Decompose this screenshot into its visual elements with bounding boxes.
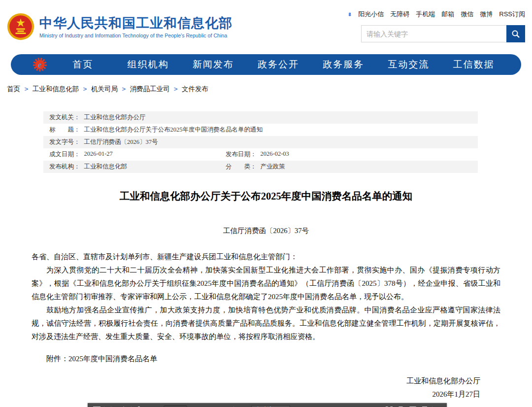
- breadcrumb-miit[interactable]: 工业和信息化部: [33, 85, 79, 93]
- meta-value: 产业政策: [261, 163, 285, 171]
- meta-row-issuing-office: 发文机关： 工业和信息化部办公厅: [43, 111, 478, 124]
- national-emblem-logo: [7, 13, 34, 40]
- svg-text:e: e: [38, 60, 41, 69]
- document-meta-table: 发文机关： 工业和信息化部办公厅 标 题： 工业和信息化部办公厅关于公布2025…: [43, 111, 478, 173]
- page-title: 工业和信息化部办公厅关于公布2025年度中国消费名品名单的通知: [0, 189, 532, 203]
- body-paragraph-2: 鼓励地方加强名品企业宣传推广，加大政策支持力度，加快培育特色优势产业和优质消费品…: [32, 304, 500, 343]
- site-brand[interactable]: 中华人民共和国工业和信息化部 Ministry of Industry and …: [7, 13, 233, 40]
- main-navbar: e 首页 组织机构 新闻发布 政务公开 政务服务 互动交流 工信数据: [11, 54, 521, 75]
- meta-label: 发布机构：: [49, 163, 80, 171]
- page-down-button[interactable]: [133, 405, 145, 407]
- signature-org: 工业和信息化部办公厅: [0, 374, 480, 388]
- search-button[interactable]: [506, 25, 525, 42]
- meta-row-title: 标 题： 工业和信息化部办公厅关于公布2025年度中国消费名品名单的通知: [43, 124, 478, 136]
- meta-value: 2026-01-27: [84, 150, 113, 159]
- document-number: 工信厅消费函〔2026〕37号: [0, 226, 532, 236]
- meta-value: 工业和信息化部办公厅关于公布2025年度中国消费名品名单的通知: [84, 126, 263, 134]
- breadcrumb-separator: >: [122, 85, 126, 93]
- signature-date: 2026年1月27日: [0, 388, 480, 401]
- meta-value: 工业和信息化部办公厅: [84, 113, 146, 122]
- meta-label: 标 题：: [49, 126, 80, 134]
- meta-label: 发布日期：: [226, 150, 257, 159]
- breadcrumb-consumer-goods[interactable]: 消费品工业司: [130, 85, 169, 93]
- meta-row-dates: 成文日期： 2026-01-27 发布日期： 2026-02-03: [43, 148, 478, 161]
- utility-link-weibo[interactable]: 微博: [480, 10, 493, 19]
- utility-link-mobile[interactable]: 手机端: [416, 10, 435, 19]
- nav-item-gov-services[interactable]: 政务服务: [311, 58, 376, 71]
- utility-link-wechat[interactable]: 微信: [461, 10, 473, 19]
- meta-row-publisher-category: 发布机构： 工业和信息化部 分 类： 产业政策: [43, 161, 478, 173]
- search-icon: [511, 30, 520, 38]
- meta-row-doc-number: 发文字号： 工信厅消费函〔2026〕37号: [43, 136, 478, 148]
- utility-links: 阳光小信 无障碍 手机端 邮箱 微信 微博 RSS订阅: [348, 10, 525, 19]
- breadcrumb-home[interactable]: 首页: [7, 85, 20, 93]
- breadcrumb-separator: >: [24, 85, 28, 93]
- nav-item-home[interactable]: 首页: [50, 58, 115, 71]
- utility-link-mail[interactable]: 邮箱: [441, 10, 454, 19]
- meta-label: 分 类：: [226, 163, 257, 171]
- attachment-line: 附件：2025年度中国消费名品名单: [32, 354, 500, 364]
- pdf-toolbar: 页面: /14 − + 自动缩放 ▴▾: [88, 403, 447, 407]
- meta-label: 发文机关：: [49, 113, 80, 122]
- body-paragraph-1: 为深入贯彻党的二十大和二十届历次全会精神，加快落实全国新型工业化推进大会工作部署…: [32, 264, 500, 304]
- zoom-out-button[interactable]: −: [220, 406, 232, 407]
- download-button[interactable]: [407, 405, 419, 407]
- meta-value: 工信厅消费函〔2026〕37号: [84, 138, 158, 146]
- print-button[interactable]: [395, 405, 407, 407]
- nav-item-interaction[interactable]: 互动交流: [376, 58, 441, 71]
- nav-item-gov-disclosure[interactable]: 政务公开: [246, 58, 311, 71]
- breadcrumb-departments[interactable]: 机关司局: [91, 85, 118, 93]
- breadcrumb-document-release[interactable]: 文件发布: [182, 85, 208, 93]
- breadcrumb-separator: >: [174, 85, 178, 93]
- utility-link-accessibility[interactable]: 无障碍: [390, 10, 409, 19]
- sidebar-toggle-button[interactable]: [91, 405, 102, 407]
- assistant-robot-icon: [348, 10, 352, 18]
- zoom-in-button[interactable]: +: [235, 406, 248, 407]
- meta-label: 成文日期：: [49, 150, 80, 159]
- pdf-attachment-viewer: 页面: /14 − + 自动缩放 ▴▾: [88, 403, 447, 407]
- meta-value: 工业和信息化部: [84, 163, 128, 171]
- salutation-paragraph: 各省、自治区、直辖市及计划单列市、新疆生产建设兵团工业和信息化主管部门：: [32, 250, 500, 264]
- site-header: 中华人民共和国工业和信息化部 Ministry of Industry and …: [0, 0, 532, 52]
- breadcrumb-separator: >: [83, 85, 87, 93]
- utility-link-rss[interactable]: RSS订阅: [499, 10, 525, 19]
- meta-value: 2026-02-03: [261, 150, 289, 159]
- meta-label: 发文字号：: [49, 138, 80, 146]
- bookmark-button[interactable]: [419, 405, 431, 407]
- search-box: [361, 25, 525, 42]
- nav-item-organization[interactable]: 组织机构: [115, 58, 180, 71]
- utility-link-assistant[interactable]: 阳光小信: [358, 10, 384, 19]
- page-up-button[interactable]: [118, 405, 130, 407]
- signature-block: 工业和信息化部办公厅 2026年1月27日: [0, 374, 480, 401]
- nav-item-news[interactable]: 新闻发布: [181, 58, 246, 71]
- nav-item-miit-data[interactable]: 工信数据: [441, 58, 506, 71]
- breadcrumb: 首页 > 工业和信息化部 > 机关司局 > 消费品工业司 > 文件发布: [7, 85, 532, 94]
- site-subtitle: Ministry of Industry and Information Tec…: [39, 33, 233, 38]
- presentation-mode-button[interactable]: [383, 405, 395, 407]
- miit-gear-logo-icon: e: [33, 57, 47, 72]
- site-title: 中华人民共和国工业和信息化部: [39, 15, 233, 31]
- document-body: 各省、自治区、直辖市及计划单列市、新疆生产建设兵团工业和信息化主管部门： 为深入…: [32, 250, 500, 343]
- pdf-find-button[interactable]: [106, 405, 118, 407]
- zoom-scale-select[interactable]: 自动缩放 ▴▾: [251, 405, 291, 407]
- search-input[interactable]: [361, 25, 506, 42]
